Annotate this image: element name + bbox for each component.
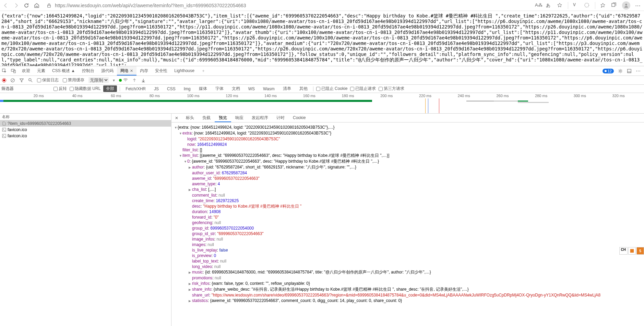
home-button[interactable] xyxy=(34,2,40,9)
request-row[interactable]: favicon.ico xyxy=(0,127,171,133)
timeline-tick: 260 ms xyxy=(496,94,509,98)
tab-security[interactable]: 安全性 xyxy=(152,66,171,75)
device-toolbar-icon[interactable] xyxy=(10,67,17,75)
dock-icon[interactable] xyxy=(625,67,633,75)
filter-ws[interactable]: WS xyxy=(246,86,258,92)
address-bar[interactable]: https://www.iesdouyin.com/web/api/v2/awe… xyxy=(44,3,531,8)
request-name: favicon.ico xyxy=(8,127,27,132)
network-toolbar: 保留日志 禁用缓存 无限制 ▾ xyxy=(0,76,644,85)
filter-other[interactable]: 其他 xyxy=(297,85,310,92)
devtools-more-icon[interactable]: ⋯ xyxy=(634,67,642,75)
issues-badge[interactable]: 12 xyxy=(603,69,614,73)
tab-console[interactable]: 控制台 xyxy=(79,66,98,75)
devtools-panel: 欢迎 元素 CSS 概述 ▲ 控制台 源代码 网络✕ 内存 安全性 Lighth… xyxy=(0,66,644,326)
svg-point-11 xyxy=(29,78,31,81)
blocked-cookies-checkbox[interactable]: 已阻止 Cookie xyxy=(316,86,348,92)
network-conditions-icon[interactable] xyxy=(119,78,128,83)
detail-tabs: ✕ 标头 负载 预览 响应 发起程序 计时 Cookie xyxy=(171,114,644,123)
throttle-select[interactable]: 无限制 xyxy=(88,77,109,83)
blocked-requests-checkbox[interactable]: 已阻止请求 xyxy=(350,86,376,92)
toolbar-divider xyxy=(568,2,568,9)
extension-v-icon[interactable]: V xyxy=(573,2,579,9)
filter-doc[interactable]: 文档 xyxy=(229,85,243,92)
read-aloud-icon[interactable]: A⁂ xyxy=(535,2,541,9)
svg-point-7 xyxy=(619,70,621,72)
dtab-preview[interactable]: 预览 xyxy=(215,114,231,122)
timeline-tick: 60 ms xyxy=(111,94,121,98)
dtab-response[interactable]: 响应 xyxy=(231,114,248,122)
dtab-timing[interactable]: 计时 xyxy=(272,114,289,122)
tab-memory[interactable]: 内存 xyxy=(136,66,152,75)
disable-cache-checkbox[interactable]: 禁用缓存 xyxy=(63,77,84,83)
translate-icon[interactable]: あ xyxy=(546,2,552,9)
dtab-payload[interactable]: 负载 xyxy=(198,114,215,122)
dtab-headers[interactable]: 标头 xyxy=(182,114,198,122)
hide-data-url-checkbox[interactable]: 隐藏数据 URL xyxy=(70,86,100,92)
extensions-icon[interactable] xyxy=(584,2,590,9)
filter-label: 筛选器 xyxy=(1,86,14,92)
inspect-element-icon[interactable] xyxy=(1,67,8,75)
more-icon[interactable]: ⋯ xyxy=(635,2,641,9)
close-detail-icon[interactable]: ✕ xyxy=(171,116,182,120)
refresh-button[interactable] xyxy=(23,2,29,9)
tab-sources[interactable]: 源代码 xyxy=(98,66,117,75)
download-icon[interactable] xyxy=(141,78,146,83)
favorite-icon[interactable] xyxy=(557,2,563,9)
page-raw-json: {"extra":{"now":1664512499824,"logid":"2… xyxy=(0,11,644,66)
toolbar-right-icons: A⁂ あ V ⋯ xyxy=(535,1,641,10)
browser-toolbar: https://www.iesdouyin.com/web/api/v2/awe… xyxy=(0,0,644,11)
filter-css[interactable]: CSS xyxy=(164,86,178,92)
filter-media[interactable]: 媒体 xyxy=(196,85,210,92)
filter-js[interactable]: JS xyxy=(151,86,162,92)
filter-wasm[interactable]: Wasm xyxy=(260,86,277,92)
ime-badge[interactable]: CH xyxy=(619,247,628,255)
filter-font[interactable]: 字体 xyxy=(213,85,226,92)
timeline-tick: 220 ms xyxy=(419,94,431,98)
filter-img[interactable]: Img xyxy=(181,86,193,92)
invert-checkbox[interactable]: 反转 xyxy=(53,86,67,92)
request-row[interactable]: favicon.ico xyxy=(0,133,171,139)
collections-icon[interactable] xyxy=(611,2,617,9)
side-widget-1[interactable] xyxy=(628,247,636,255)
request-row[interactable]: ?item_ids=6999605370222054663 xyxy=(0,120,171,127)
image-file-icon xyxy=(2,128,6,132)
timeline-tick: 320 ms xyxy=(612,94,625,98)
filter-manifest[interactable]: 清单 xyxy=(280,85,294,92)
filter-icon[interactable] xyxy=(19,78,24,83)
dtab-cookies[interactable]: Cookie xyxy=(289,114,310,122)
third-party-checkbox[interactable]: 第三方请求 xyxy=(379,86,404,92)
back-button[interactable] xyxy=(3,2,9,9)
preserve-log-checkbox[interactable]: 保留日志 xyxy=(37,77,59,83)
favorites-list-icon[interactable] xyxy=(600,2,606,9)
forward-button[interactable] xyxy=(13,2,19,9)
tab-add[interactable]: ＋ xyxy=(198,66,209,75)
clear-icon[interactable] xyxy=(10,78,15,83)
upload-icon[interactable] xyxy=(132,78,137,83)
throttle-dropdown-icon[interactable]: ▾ xyxy=(113,78,115,83)
lock-icon xyxy=(47,3,51,8)
tab-network[interactable]: 网络✕ xyxy=(117,66,136,75)
tab-lighthouse[interactable]: Lighthouse xyxy=(171,66,198,75)
timeline-tick: 180 ms xyxy=(342,94,354,98)
timeline-tick: 300 ms xyxy=(574,94,586,98)
side-widgets: CH 5 xyxy=(619,247,644,255)
request-name: favicon.ico xyxy=(8,133,27,138)
settings-icon[interactable] xyxy=(617,67,624,75)
json-preview-tree[interactable]: {extra: {now: 1664512499824, logid: "202… xyxy=(171,123,644,326)
request-name: ?item_ids=6999605370222054663 xyxy=(8,121,71,126)
tab-welcome[interactable]: 欢迎 xyxy=(19,66,34,75)
search-icon[interactable] xyxy=(28,78,33,83)
close-icon[interactable]: ✕ xyxy=(130,69,133,73)
timeline-tick: 160 ms xyxy=(303,94,315,98)
tab-css-overview[interactable]: CSS 概述 ▲ xyxy=(49,66,79,75)
profile-avatar[interactable] xyxy=(622,1,630,10)
record-button[interactable] xyxy=(2,78,6,82)
dtab-initiator[interactable]: 发起程序 xyxy=(248,114,272,122)
filter-fetch[interactable]: Fetch/XHR xyxy=(123,86,148,92)
side-widget-2[interactable]: 5 xyxy=(636,247,644,255)
svg-rect-9 xyxy=(628,71,631,73)
tab-elements[interactable]: 元素 xyxy=(34,66,49,75)
timeline-tick: 240 ms xyxy=(458,94,470,98)
filter-all[interactable]: 全部 xyxy=(103,85,117,92)
network-timeline[interactable]: 20 ms40 ms60 ms80 ms100 ms120 ms140 ms16… xyxy=(0,93,644,114)
